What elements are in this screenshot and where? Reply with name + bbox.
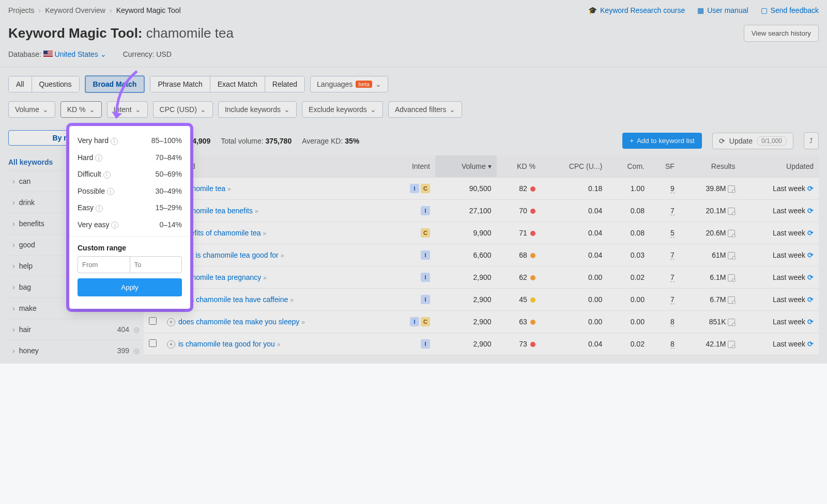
sidebar-item[interactable]: › hair 404 ◎ [8,319,144,340]
col-results[interactable]: Results [680,155,741,178]
view-history-button[interactable]: View search history [744,25,819,42]
kd-filter[interactable]: KD % [60,101,102,118]
difficulty-dot-icon [530,186,535,192]
advanced-filters[interactable]: Advanced filters [388,101,463,118]
kd-level-label: Easy [78,203,94,212]
serp-icon[interactable] [728,230,735,237]
add-to-keyword-list-button[interactable]: + Add to keyword list [622,133,702,149]
refresh-icon[interactable]: ⟳ [807,340,814,348]
refresh-icon[interactable]: ⟳ [807,251,814,259]
course-link[interactable]: 🎓Keyword Research course [588,6,685,14]
refresh-icon[interactable]: ⟳ [807,184,814,193]
exclude-keywords-filter[interactable]: Exclude keywords [302,101,383,118]
cell-sf[interactable]: 5 [670,229,675,238]
cell-kd: 73 [497,333,541,355]
include-keywords-filter[interactable]: Include keywords [218,101,297,118]
chevron-right-icon: › [12,283,15,291]
meta-row: Database: United States ⌄ Currency: USD [0,48,827,67]
col-cpc[interactable]: CPC (U...) [541,155,607,178]
manual-link[interactable]: ▦User manual [697,6,748,14]
open-icon[interactable]: » [255,208,258,215]
open-icon[interactable]: » [277,341,281,348]
expand-icon[interactable]: + [167,318,175,326]
cell-sf[interactable]: 7 [670,207,675,215]
refresh-icon[interactable]: ⟳ [807,318,814,326]
col-volume[interactable]: Volume ▾ [435,155,497,178]
open-icon[interactable]: » [227,185,231,193]
keyword-link[interactable]: is chamomile tea good for you [178,340,275,348]
crumb-overview[interactable]: Keyword Overview [45,6,105,14]
tab-questions[interactable]: Questions [32,76,80,92]
crumb-projects[interactable]: Projects [8,6,35,14]
chevron-down-icon: ⌄ [100,50,106,58]
cell-com: 0.08 [607,200,650,222]
refresh-icon[interactable]: ⟳ [807,207,814,215]
col-updated[interactable]: Updated [740,155,819,178]
col-intent[interactable]: Intent [389,155,435,178]
row-checkbox[interactable] [149,317,157,325]
kd-level-range: 0–14% [159,220,182,229]
kd-level-option[interactable]: Very easyi 0–14% [69,216,190,233]
open-icon[interactable]: » [301,319,305,326]
keyword-link[interactable]: does chamomile tea make you sleepy [178,318,299,326]
serp-icon[interactable] [728,319,735,326]
keyword-link[interactable]: does chamomile tea have caffeine [178,295,288,304]
cell-volume: 9,900 [435,222,497,244]
keyword-link[interactable]: what is chamomile tea good for [178,251,279,259]
kd-level-option[interactable]: Very hardi 85–100% [69,132,190,149]
cell-sf[interactable]: 7 [670,295,675,304]
serp-icon[interactable] [728,185,735,193]
serp-icon[interactable] [728,274,735,281]
chevron-right-icon: › [12,325,15,334]
serp-icon[interactable] [728,252,735,259]
info-icon: i [111,138,118,145]
tab-related[interactable]: Related [265,76,305,92]
kd-level-option[interactable]: Hardi 70–84% [69,149,190,166]
kd-level-range: 30–49% [156,187,182,195]
custom-range-to-input[interactable] [130,256,182,273]
cell-sf[interactable]: 9 [670,184,675,193]
tab-all[interactable]: All [8,76,32,92]
kd-level-option[interactable]: Difficulti 50–69% [69,166,190,183]
custom-range-from-input[interactable] [78,256,130,273]
cell-sf[interactable]: 8 [670,340,675,349]
expand-icon[interactable]: + [167,340,175,349]
row-checkbox[interactable] [149,339,157,347]
open-icon[interactable]: » [263,274,267,281]
open-icon[interactable]: » [290,296,294,304]
volume-filter[interactable]: Volume [8,101,55,118]
serp-icon[interactable] [728,296,735,304]
difficulty-dot-icon [530,231,535,236]
col-sf[interactable]: SF [650,155,680,178]
serp-icon[interactable] [728,208,735,215]
update-button[interactable]: ⟳Update0/1,000 [712,133,793,149]
cell-results: 6.1M [680,266,741,289]
cell-sf[interactable]: 7 [670,251,675,260]
col-com[interactable]: Com. [607,155,650,178]
kd-level-option[interactable]: Easyi 15–29% [69,199,190,216]
open-icon[interactable]: » [281,252,284,259]
refresh-icon[interactable]: ⟳ [807,229,814,237]
cell-cpc: 0.00 [541,289,607,311]
apply-button[interactable]: Apply [78,278,182,296]
tab-exact-match[interactable]: Exact Match [210,76,265,92]
refresh-icon[interactable]: ⟳ [807,295,814,304]
cell-sf[interactable]: 8 [670,318,675,326]
sidebar-item[interactable]: › honey 399 ◎ [8,340,144,361]
tab-phrase-match[interactable]: Phrase Match [150,76,210,92]
col-keyword[interactable]: Keyword [162,155,389,178]
export-button[interactable]: ⤴ [804,132,819,149]
database-selector[interactable]: Database: United States ⌄ [8,50,106,58]
cpc-filter[interactable]: CPC (USD) [153,101,213,118]
cell-com: 0.02 [607,266,650,289]
refresh-icon[interactable]: ⟳ [807,273,814,281]
open-icon[interactable]: » [263,230,267,237]
difficulty-dot-icon [530,342,535,347]
languages-dropdown[interactable]: Languages beta [310,76,388,92]
col-kd[interactable]: KD % [497,155,541,178]
serp-icon[interactable] [728,341,735,348]
cell-sf[interactable]: 7 [670,273,675,282]
feedback-link[interactable]: ▢Send feedback [761,6,819,14]
kd-level-option[interactable]: Possiblei 30–49% [69,183,190,200]
annotation-arrow [109,67,145,124]
